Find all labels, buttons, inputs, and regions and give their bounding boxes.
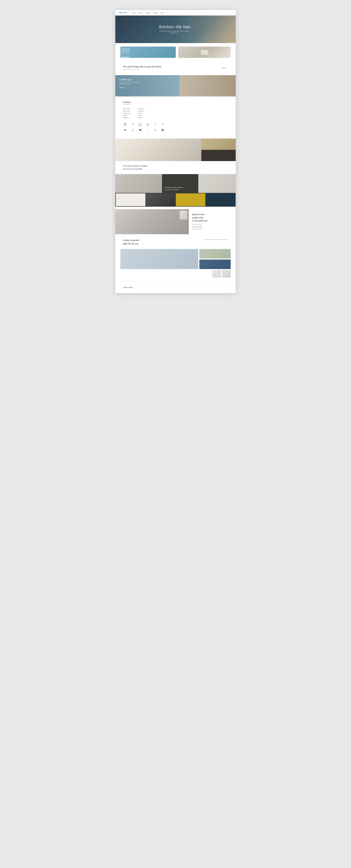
- dark-section-thumbs: [115, 193, 236, 207]
- desk-side-top: [199, 249, 231, 258]
- cat-item: Outdoor: [138, 117, 144, 119]
- exquisite-right-text: Description text here more details avail…: [204, 239, 228, 241]
- desk-main-image: [120, 249, 198, 269]
- kitchen-side-images: [201, 138, 236, 161]
- category-icon-cup[interactable]: ☕: [123, 122, 127, 126]
- hero-content: Kitchen life hall. Change comfortable ho…: [159, 25, 192, 34]
- hero-section: Kitchen life hall. Change comfortable ho…: [115, 16, 236, 43]
- category-icons-row2: ◈ △ ⬬ ▫ ◇ ▦: [123, 127, 228, 132]
- dark-section-top: The chef's kitchen is neither too much n…: [115, 174, 236, 193]
- cat-item: Kitchen ware: [123, 108, 130, 110]
- navbar: LINKLIFE Home Products Services Solution…: [115, 10, 236, 16]
- categories-title: Product: [123, 101, 228, 103]
- categories-subtitle: categories: [123, 103, 228, 105]
- hero-title: Kitchen life hall.: [159, 25, 192, 29]
- nav-home[interactable]: Home: [133, 12, 136, 13]
- bathroom-mini-image: [180, 211, 187, 219]
- promo-left-sub: Improving always tobring better things: [122, 52, 174, 54]
- desk-side-bottom: [199, 259, 231, 269]
- nav-services[interactable]: Services: [146, 12, 150, 13]
- dark-chef-section: The chef's kitchen is neither too much n…: [115, 174, 236, 207]
- promo-left-title: Only the bestfor the top to: [122, 48, 174, 51]
- exquisite-left: Create exquisite daily life for you: [123, 239, 139, 246]
- category-icon-plate[interactable]: ◈: [123, 127, 127, 132]
- category-icon-pot[interactable]: ⬬: [138, 127, 142, 132]
- category-icon-mirror[interactable]: ▦: [160, 127, 165, 132]
- category-icon-box[interactable]: □: [153, 122, 157, 126]
- footer: LINK·LIFE: [115, 282, 236, 293]
- promo-card-left: Only the bestfor the top to Improving al…: [120, 46, 176, 58]
- chef-title: The chef's kitchen is neither too much n…: [123, 164, 228, 170]
- footer-logo: LINK·LIFE: [123, 286, 228, 288]
- categories-col1: Kitchen ware Table setting Cooking tools…: [123, 108, 130, 119]
- coffee-image: [179, 75, 236, 96]
- bathroom-desc: Line one description Line two descriptio…: [192, 224, 233, 230]
- desk-gallery: [120, 249, 231, 269]
- dark-top-left-image: [115, 174, 162, 193]
- product-categories-section: Product categories Kitchen ware Table se…: [115, 96, 236, 136]
- exquisite-title: Create exquisite daily life for you: [123, 239, 139, 246]
- close-icon[interactable]: ×: [231, 11, 233, 14]
- cat-item: Bathroom: [138, 108, 144, 110]
- dark-thumb-4: [206, 193, 235, 206]
- dark-thumb-1: [116, 193, 145, 206]
- dark-thumb-2: [146, 193, 175, 206]
- exquisite-section: Create exquisite daily life for you Desc…: [115, 234, 236, 248]
- small-items-row: [120, 270, 231, 278]
- cat-item: Office: [138, 115, 144, 116]
- cat-item: Living room: [138, 110, 144, 112]
- category-icon-knife[interactable]: ✂: [130, 122, 135, 126]
- categories-col2: Bathroom Living room Bedroom Office Outd…: [138, 108, 144, 119]
- kitchen-side-bottom: [201, 150, 236, 161]
- categories-list: Kitchen ware Table setting Cooking tools…: [123, 108, 228, 119]
- coffee-price: ¥18.00: [119, 87, 175, 88]
- bathroom-section: Spend some quality time in the bathroom …: [115, 209, 236, 234]
- good-things-title: The good things that occupy the home: [123, 65, 228, 68]
- coffee-banner: Coffee cup Do you know that I have a cup…: [115, 75, 236, 96]
- bathroom-text: Spend some quality time in the bathroom …: [189, 209, 236, 234]
- cat-item: Appliances: [123, 117, 130, 119]
- category-icon-cup2[interactable]: ◎: [145, 122, 150, 126]
- small-item-1: [212, 270, 221, 278]
- dark-chef-text: The chef's kitchen is neither too much n…: [165, 186, 183, 191]
- navbar-logo: LINKLIFE: [118, 12, 127, 13]
- coffee-title: Coffee cup: [119, 78, 175, 81]
- bathroom-title: Spend some quality time in the bathroom: [192, 213, 233, 222]
- good-things-section: The good things that occupy the home Eas…: [115, 61, 236, 73]
- category-icon-glass[interactable]: △: [130, 127, 135, 132]
- nav-solutions[interactable]: Solutions: [153, 12, 158, 13]
- chef-text-section: The chef's kitchen is neither too much n…: [115, 161, 236, 174]
- coffee-desc: Do you know that I have a cup of coffee …: [119, 82, 139, 85]
- category-icons-row1: ☕ ✂ ⬜ ◎ □ ↗: [123, 122, 228, 126]
- desk-side-images: [199, 249, 231, 269]
- cat-item: Storage: [123, 115, 130, 116]
- category-icon-lamp[interactable]: ◇: [153, 127, 157, 132]
- nav-products[interactable]: Products: [138, 12, 143, 13]
- explore-link[interactable]: Explore →: [222, 67, 228, 69]
- dark-top-right-image: [198, 174, 236, 193]
- bathroom-image: [115, 209, 189, 234]
- cat-item: Bedroom: [138, 113, 144, 114]
- cat-item: Cooking tools: [123, 113, 130, 114]
- category-icon-bottle[interactable]: ▫: [145, 127, 150, 132]
- cat-item: Table setting: [123, 110, 130, 112]
- promo-card-right: [178, 46, 231, 58]
- kitchen-main-image: [115, 138, 201, 161]
- navbar-links: Home Products Services Solutions About: [133, 12, 164, 13]
- small-item-2: [222, 270, 231, 278]
- page-wrapper: LINKLIFE Home Products Services Solution…: [115, 10, 236, 293]
- category-icon-pan[interactable]: ⬜: [138, 122, 142, 126]
- kitchen-side-top: [201, 138, 236, 150]
- promo-section: Only the bestfor the top to Improving al…: [115, 43, 236, 61]
- kitchen-gallery: [115, 138, 236, 161]
- dark-thumb-3: [176, 193, 205, 206]
- dark-top-text: The chef's kitchen is neither too much n…: [162, 174, 198, 193]
- promo-shop-button[interactable]: Shop Now: [122, 56, 129, 58]
- coffee-content: Coffee cup Do you know that I have a cup…: [115, 75, 179, 96]
- category-icon-arrow[interactable]: ↗: [160, 122, 165, 126]
- hero-subtitle: Change comfortable home with your kitche…: [159, 30, 189, 34]
- good-things-sub: Easy to change the New: [123, 69, 228, 70]
- nav-about[interactable]: About: [160, 12, 164, 13]
